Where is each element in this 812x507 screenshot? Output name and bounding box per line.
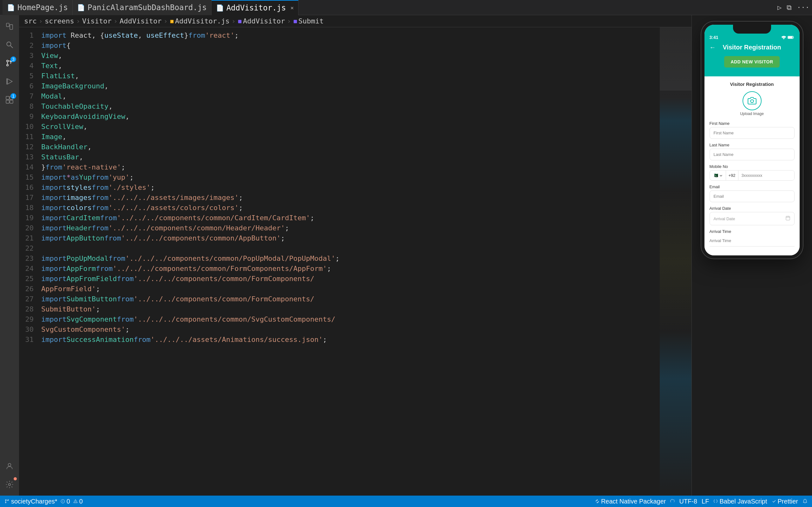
code-line-7: Modal, bbox=[41, 91, 660, 101]
arrival-time-label: Arrival Time bbox=[710, 229, 795, 234]
top-bar-actions: ▷ ⧉ ··· bbox=[777, 3, 809, 11]
sidebar-item-search[interactable] bbox=[2, 37, 17, 53]
svg-point-21 bbox=[751, 100, 753, 103]
js-file-icon-2: 📄 bbox=[77, 4, 85, 11]
line-numbers: 12345 678910 1112131415 1617181920 21222… bbox=[19, 27, 38, 496]
code-line-1: import React, {useState, useEffect} from… bbox=[41, 31, 660, 41]
warning-count[interactable]: 0 bbox=[73, 498, 83, 505]
cloud-sync-icon bbox=[670, 499, 675, 504]
first-name-label: First Name bbox=[710, 121, 795, 126]
sidebar-item-settings[interactable] bbox=[2, 476, 17, 493]
git-branch[interactable]: societyCharges* bbox=[4, 498, 57, 505]
sidebar-item-extensions[interactable]: 1 bbox=[2, 92, 17, 108]
sidebar-item-account[interactable] bbox=[2, 458, 17, 474]
phone-app-header: ← Visitor Registration bbox=[705, 41, 800, 56]
encoding[interactable]: UTF-8 bbox=[679, 498, 697, 505]
sidebar-item-explorer[interactable] bbox=[2, 18, 17, 34]
code-line-24: import AppForm from '../../../components… bbox=[41, 264, 660, 274]
close-tab-icon[interactable]: × bbox=[290, 4, 294, 11]
react-native-packager[interactable]: React Native Packager bbox=[595, 498, 666, 505]
svg-rect-20 bbox=[788, 37, 792, 38]
bell-icon bbox=[803, 499, 808, 504]
activity-bar: 3 1 bbox=[0, 15, 19, 496]
status-bar: societyCharges* 0 0 React Native bbox=[0, 496, 812, 507]
code-line-15: import * as Yup from 'yup'; bbox=[41, 172, 660, 182]
email-label: Email bbox=[710, 184, 795, 189]
minimap bbox=[660, 27, 692, 496]
sync-status[interactable] bbox=[670, 499, 675, 504]
split-editor-icon[interactable]: ⧉ bbox=[786, 3, 792, 11]
activity-bar-bottom bbox=[2, 458, 17, 493]
editor-area: src › screens › Visitor › AddVisitor › J… bbox=[19, 15, 692, 496]
svg-marker-7 bbox=[8, 78, 12, 84]
svg-rect-9 bbox=[6, 96, 9, 100]
svg-rect-17 bbox=[238, 20, 242, 23]
arrival-date-group: Arrival Date Arrival Date bbox=[710, 206, 795, 225]
prettier-label: Prettier bbox=[778, 498, 798, 505]
status-bar-left: societyCharges* 0 0 bbox=[4, 498, 83, 505]
mobile-no-label: Mobile No bbox=[710, 164, 795, 169]
code-line-23: import PopUpModal from '../../../compone… bbox=[41, 253, 660, 264]
arrival-time-input[interactable] bbox=[710, 235, 795, 246]
form-section-title: Visitor Registration bbox=[710, 81, 795, 87]
packager-label: React Native Packager bbox=[601, 498, 666, 505]
run-icon[interactable]: ▷ bbox=[777, 3, 781, 11]
code-line-12: BackHandler, bbox=[41, 142, 660, 152]
code-line-31: import SuccessAnimation from '../../../a… bbox=[41, 335, 660, 345]
svg-point-14 bbox=[9, 484, 11, 486]
code-line-22 bbox=[41, 243, 660, 253]
phone-form-body: Visitor Registration Upload Image First … bbox=[705, 76, 800, 256]
js-file-icon: 📄 bbox=[7, 4, 15, 11]
phone-frame: 3:41 ← Visitor Registratio bbox=[701, 21, 803, 259]
tab-addvisitor[interactable]: 📄 AddVisitor.js × bbox=[212, 0, 299, 15]
code-line-17: import images from '../../../assets/imag… bbox=[41, 193, 660, 203]
first-name-input[interactable] bbox=[710, 127, 795, 139]
more-actions-icon[interactable]: ··· bbox=[797, 3, 809, 11]
camera-icon bbox=[748, 96, 757, 105]
add-new-visitor-button[interactable]: ADD NEW VISITOR bbox=[724, 56, 779, 67]
notification-bell[interactable] bbox=[803, 499, 808, 504]
chevron-down-icon bbox=[719, 174, 722, 177]
country-flag: 🇵🇰 bbox=[713, 173, 718, 178]
tab-bar: 📄 HomePage.js 📄 PanicAlaramSubDashBoard.… bbox=[0, 0, 812, 15]
prettier-status[interactable]: Prettier bbox=[772, 498, 798, 505]
svg-point-31 bbox=[62, 502, 63, 502]
svg-rect-22 bbox=[786, 216, 790, 220]
language-label: Babel JavaScript bbox=[719, 498, 767, 505]
arrival-date-input-group[interactable]: Arrival Date bbox=[710, 212, 795, 225]
country-code: +92 bbox=[726, 170, 739, 180]
breadcrumb: src › screens › Visitor › AddVisitor › J… bbox=[19, 15, 692, 27]
code-line-13: StatusBar, bbox=[41, 152, 660, 162]
back-button[interactable]: ← bbox=[710, 44, 716, 51]
upload-image-label: Upload Image bbox=[740, 112, 764, 116]
code-line-9: KeyboardAvoidingView, bbox=[41, 112, 660, 122]
svg-line-3 bbox=[10, 46, 13, 48]
sidebar-item-source-control[interactable]: 3 bbox=[2, 55, 17, 71]
git-branch-icon bbox=[4, 499, 9, 504]
arrival-date-placeholder: Arrival Date bbox=[714, 216, 785, 221]
code-line-27: import SubmitButton from '../../../compo… bbox=[41, 294, 660, 304]
code-line-25: import AppFromField from '../../../compo… bbox=[41, 274, 660, 284]
tab-panic[interactable]: 📄 PanicAlaramSubDashBoard.js bbox=[72, 0, 212, 15]
wifi-icon bbox=[781, 36, 786, 39]
last-name-input[interactable] bbox=[710, 149, 795, 160]
upload-image-circle[interactable] bbox=[743, 91, 762, 110]
code-line-26: AppFormField'; bbox=[41, 284, 660, 294]
phone-status-right bbox=[781, 36, 795, 39]
line-ending[interactable]: LF bbox=[702, 498, 709, 505]
email-input[interactable] bbox=[710, 190, 795, 202]
language-mode[interactable]: Babel JavaScript bbox=[713, 498, 767, 505]
status-bar-right: React Native Packager UTF-8 LF Babel Jav… bbox=[595, 498, 808, 505]
svg-point-13 bbox=[8, 463, 11, 466]
tab-homepage[interactable]: 📄 HomePage.js bbox=[3, 0, 72, 15]
country-selector[interactable]: 🇵🇰 bbox=[710, 170, 726, 180]
code-line-30: SvgCustomComponents'; bbox=[41, 325, 660, 335]
sidebar-item-run[interactable] bbox=[2, 73, 17, 89]
code-line-4: Text, bbox=[41, 61, 660, 71]
error-count[interactable]: 0 bbox=[61, 498, 70, 505]
braces-icon bbox=[713, 499, 718, 504]
upload-image-container[interactable]: Upload Image bbox=[710, 91, 795, 116]
phone-number-input[interactable] bbox=[739, 170, 795, 180]
code-line-18: import colors from '../../../assets/colo… bbox=[41, 203, 660, 213]
svg-rect-18 bbox=[294, 20, 297, 23]
